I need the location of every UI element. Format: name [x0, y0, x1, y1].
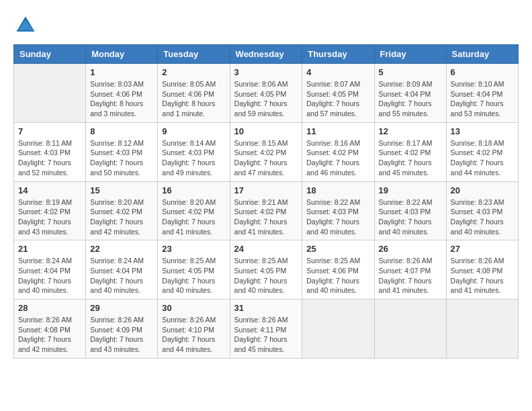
logo-icon — [13, 13, 38, 38]
calendar-week-row: 14Sunrise: 8:19 AMSunset: 4:02 PMDayligh… — [14, 181, 519, 240]
calendar-cell: 26Sunrise: 8:26 AMSunset: 4:07 PMDayligh… — [374, 240, 446, 300]
day-info: Sunrise: 8:25 AMSunset: 4:05 PMDaylight:… — [162, 256, 225, 295]
calendar-cell: 29Sunrise: 8:26 AMSunset: 4:09 PMDayligh… — [86, 300, 158, 359]
calendar-cell: 7Sunrise: 8:11 AMSunset: 4:03 PMDaylight… — [14, 122, 86, 181]
calendar-header-row: SundayMondayTuesdayWednesdayThursdayFrid… — [14, 45, 519, 64]
day-info: Sunrise: 8:09 AMSunset: 4:04 PMDaylight:… — [379, 79, 442, 119]
day-number: 2 — [162, 67, 225, 77]
calendar-week-row: 7Sunrise: 8:11 AMSunset: 4:03 PMDaylight… — [14, 122, 519, 181]
calendar-cell: 30Sunrise: 8:26 AMSunset: 4:10 PMDayligh… — [158, 300, 230, 359]
day-of-week-header: Tuesday — [158, 45, 230, 64]
logo — [13, 13, 40, 38]
day-info: Sunrise: 8:11 AMSunset: 4:03 PMDaylight:… — [18, 138, 81, 178]
calendar-cell — [446, 300, 518, 359]
calendar-cell: 21Sunrise: 8:24 AMSunset: 4:04 PMDayligh… — [14, 240, 86, 300]
calendar-week-row: 21Sunrise: 8:24 AMSunset: 4:04 PMDayligh… — [14, 240, 519, 300]
day-number: 5 — [379, 67, 442, 77]
day-number: 13 — [451, 126, 514, 136]
day-info: Sunrise: 8:20 AMSunset: 4:02 PMDaylight:… — [162, 197, 225, 237]
day-info: Sunrise: 8:26 AMSunset: 4:08 PMDaylight:… — [451, 256, 514, 295]
page-header — [13, 13, 519, 38]
day-number: 10 — [234, 126, 298, 136]
day-of-week-header: Sunday — [14, 45, 86, 64]
day-info: Sunrise: 8:05 AMSunset: 4:06 PMDaylight:… — [162, 79, 225, 119]
day-number: 23 — [162, 244, 225, 254]
day-number: 31 — [234, 303, 298, 313]
calendar-cell: 12Sunrise: 8:17 AMSunset: 4:02 PMDayligh… — [374, 122, 446, 181]
day-info: Sunrise: 8:26 AMSunset: 4:09 PMDaylight:… — [90, 315, 153, 355]
day-number: 9 — [162, 126, 225, 136]
day-number: 18 — [306, 185, 369, 195]
calendar-cell — [302, 300, 374, 359]
day-info: Sunrise: 8:25 AMSunset: 4:05 PMDaylight:… — [234, 256, 298, 295]
day-of-week-header: Wednesday — [230, 45, 302, 64]
calendar-cell — [374, 300, 446, 359]
day-number: 20 — [451, 185, 514, 195]
day-info: Sunrise: 8:18 AMSunset: 4:02 PMDaylight:… — [451, 138, 514, 178]
calendar-cell: 4Sunrise: 8:07 AMSunset: 4:05 PMDaylight… — [302, 64, 374, 123]
day-number: 14 — [18, 185, 81, 195]
day-number: 22 — [90, 244, 153, 254]
calendar-cell: 2Sunrise: 8:05 AMSunset: 4:06 PMDaylight… — [158, 64, 230, 123]
day-info: Sunrise: 8:03 AMSunset: 4:06 PMDaylight:… — [90, 79, 153, 119]
calendar-week-row: 1Sunrise: 8:03 AMSunset: 4:06 PMDaylight… — [14, 64, 519, 123]
day-number: 4 — [306, 67, 369, 77]
day-of-week-header: Monday — [86, 45, 158, 64]
day-number: 7 — [18, 126, 81, 136]
day-number: 24 — [234, 244, 298, 254]
day-info: Sunrise: 8:26 AMSunset: 4:08 PMDaylight:… — [18, 315, 81, 355]
day-info: Sunrise: 8:21 AMSunset: 4:02 PMDaylight:… — [234, 197, 298, 237]
day-number: 30 — [162, 303, 225, 313]
calendar-cell: 16Sunrise: 8:20 AMSunset: 4:02 PMDayligh… — [158, 181, 230, 240]
day-info: Sunrise: 8:26 AMSunset: 4:07 PMDaylight:… — [379, 256, 442, 295]
day-number: 28 — [18, 303, 81, 313]
day-info: Sunrise: 8:23 AMSunset: 4:03 PMDaylight:… — [451, 197, 514, 237]
calendar-cell: 23Sunrise: 8:25 AMSunset: 4:05 PMDayligh… — [158, 240, 230, 300]
day-number: 6 — [451, 67, 514, 77]
day-number: 21 — [18, 244, 81, 254]
day-number: 15 — [90, 185, 153, 195]
calendar-cell: 9Sunrise: 8:14 AMSunset: 4:03 PMDaylight… — [158, 122, 230, 181]
day-number: 17 — [234, 185, 298, 195]
calendar-cell: 11Sunrise: 8:16 AMSunset: 4:02 PMDayligh… — [302, 122, 374, 181]
day-info: Sunrise: 8:25 AMSunset: 4:06 PMDaylight:… — [306, 256, 369, 295]
day-info: Sunrise: 8:24 AMSunset: 4:04 PMDaylight:… — [90, 256, 153, 295]
calendar-cell: 17Sunrise: 8:21 AMSunset: 4:02 PMDayligh… — [230, 181, 302, 240]
day-number: 29 — [90, 303, 153, 313]
day-info: Sunrise: 8:07 AMSunset: 4:05 PMDaylight:… — [306, 79, 369, 119]
day-info: Sunrise: 8:12 AMSunset: 4:03 PMDaylight:… — [90, 138, 153, 178]
day-info: Sunrise: 8:10 AMSunset: 4:04 PMDaylight:… — [451, 79, 514, 119]
day-of-week-header: Friday — [374, 45, 446, 64]
day-info: Sunrise: 8:20 AMSunset: 4:02 PMDaylight:… — [90, 197, 153, 237]
calendar-cell: 1Sunrise: 8:03 AMSunset: 4:06 PMDaylight… — [86, 64, 158, 123]
day-info: Sunrise: 8:14 AMSunset: 4:03 PMDaylight:… — [162, 138, 225, 178]
day-number: 25 — [306, 244, 369, 254]
calendar-cell: 24Sunrise: 8:25 AMSunset: 4:05 PMDayligh… — [230, 240, 302, 300]
day-of-week-header: Thursday — [302, 45, 374, 64]
day-info: Sunrise: 8:19 AMSunset: 4:02 PMDaylight:… — [18, 197, 81, 237]
day-number: 16 — [162, 185, 225, 195]
calendar-cell: 3Sunrise: 8:06 AMSunset: 4:05 PMDaylight… — [230, 64, 302, 123]
calendar-cell: 13Sunrise: 8:18 AMSunset: 4:02 PMDayligh… — [446, 122, 518, 181]
calendar-cell: 31Sunrise: 8:26 AMSunset: 4:11 PMDayligh… — [230, 300, 302, 359]
calendar-week-row: 28Sunrise: 8:26 AMSunset: 4:08 PMDayligh… — [14, 300, 519, 359]
day-info: Sunrise: 8:22 AMSunset: 4:03 PMDaylight:… — [306, 197, 369, 237]
calendar-cell: 6Sunrise: 8:10 AMSunset: 4:04 PMDaylight… — [446, 64, 518, 123]
day-info: Sunrise: 8:06 AMSunset: 4:05 PMDaylight:… — [234, 79, 298, 119]
calendar-cell: 10Sunrise: 8:15 AMSunset: 4:02 PMDayligh… — [230, 122, 302, 181]
day-of-week-header: Saturday — [446, 45, 518, 64]
day-info: Sunrise: 8:17 AMSunset: 4:02 PMDaylight:… — [379, 138, 442, 178]
calendar-cell: 18Sunrise: 8:22 AMSunset: 4:03 PMDayligh… — [302, 181, 374, 240]
day-info: Sunrise: 8:15 AMSunset: 4:02 PMDaylight:… — [234, 138, 298, 178]
day-number: 26 — [379, 244, 442, 254]
calendar-cell: 8Sunrise: 8:12 AMSunset: 4:03 PMDaylight… — [86, 122, 158, 181]
day-info: Sunrise: 8:16 AMSunset: 4:02 PMDaylight:… — [306, 138, 369, 178]
calendar-cell: 5Sunrise: 8:09 AMSunset: 4:04 PMDaylight… — [374, 64, 446, 123]
calendar-cell: 25Sunrise: 8:25 AMSunset: 4:06 PMDayligh… — [302, 240, 374, 300]
calendar-cell: 27Sunrise: 8:26 AMSunset: 4:08 PMDayligh… — [446, 240, 518, 300]
calendar-cell: 14Sunrise: 8:19 AMSunset: 4:02 PMDayligh… — [14, 181, 86, 240]
day-number: 3 — [234, 67, 298, 77]
calendar-cell — [14, 64, 86, 123]
day-number: 8 — [90, 126, 153, 136]
day-number: 11 — [306, 126, 369, 136]
